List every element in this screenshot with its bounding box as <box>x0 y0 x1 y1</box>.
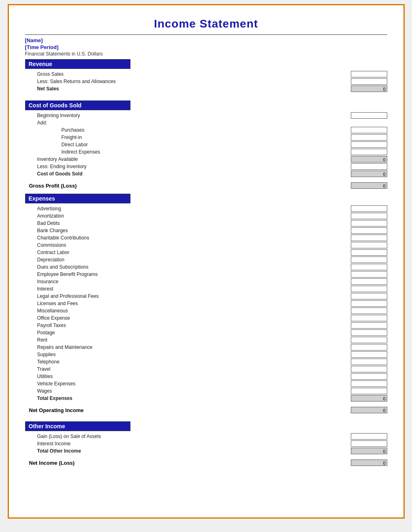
name-field[interactable]: [Name] <box>25 37 387 43</box>
advertising-input[interactable] <box>351 205 387 212</box>
net-operating-income-label: Net Operating Income <box>29 407 84 413</box>
office-expense-input[interactable] <box>351 315 387 321</box>
net-operating-income-value: 0 <box>351 407 387 413</box>
beginning-inventory-input[interactable] <box>351 112 387 119</box>
travel-input[interactable] <box>351 366 387 372</box>
freight-input[interactable] <box>351 134 387 141</box>
interest-input[interactable] <box>351 286 387 292</box>
total-other-income-value: 0 <box>351 448 387 454</box>
spacer2 <box>25 418 387 421</box>
telephone-input[interactable] <box>351 359 387 365</box>
revenue-content: Gross Sales Less: Sales Returns and Allo… <box>25 71 387 92</box>
page-wrapper: Income Statement [Name] [Time Period] Fi… <box>8 4 405 519</box>
indirect-expenses-input-row <box>349 148 387 156</box>
beginning-inventory-label: Beginning Inventory <box>29 112 80 119</box>
gross-profit-value: 0 <box>351 182 387 189</box>
licenses-label: Licenses and Fees <box>29 300 78 307</box>
gross-sales-input[interactable] <box>351 71 387 77</box>
page-title: Income Statement <box>25 17 387 30</box>
utilities-label: Utilities <box>29 373 53 380</box>
header-divider <box>25 34 387 35</box>
beginning-inventory-input-row <box>349 112 387 119</box>
inventory-available-input-row: 0 <box>351 156 387 163</box>
supplies-row: Supplies <box>29 351 274 358</box>
depreciation-input[interactable] <box>351 256 387 263</box>
sales-returns-row: Less: Sales Returns and Allowances <box>29 78 274 85</box>
legal-fees-row: Legal and Professional Fees <box>29 293 274 300</box>
add-label: Add: <box>29 119 47 126</box>
licenses-input[interactable] <box>351 300 387 307</box>
inventory-available-label: Inventory Available <box>29 156 78 163</box>
purchases-label: Purchases <box>29 126 85 134</box>
repairs-label: Repairs and Maintenance <box>29 344 93 351</box>
bank-charges-input[interactable] <box>351 227 387 234</box>
vehicle-input[interactable] <box>351 380 387 387</box>
interest-income-input[interactable] <box>351 440 387 447</box>
rent-input[interactable] <box>351 337 387 343</box>
cogs-header: Cost of Goods Sold <box>25 100 130 110</box>
ending-inventory-label: Less: Ending Inventory <box>29 163 87 170</box>
advertising-label: Advertising <box>29 205 61 212</box>
sales-returns-input[interactable] <box>351 78 387 85</box>
telephone-row: Telephone <box>29 358 274 365</box>
commissions-input[interactable] <box>351 242 387 248</box>
subtitle: Financial Statements in U.S. Dollars <box>25 51 387 57</box>
ending-inventory-input[interactable] <box>351 163 387 170</box>
repairs-row: Repairs and Maintenance <box>29 344 274 351</box>
dues-input[interactable] <box>351 264 387 270</box>
indirect-expenses-input[interactable] <box>351 149 387 155</box>
other-income-right: 0 <box>274 433 387 455</box>
direct-labor-label: Direct Labor <box>29 141 88 148</box>
contract-labor-input[interactable] <box>351 249 387 256</box>
gross-sales-label: Gross Sales <box>29 71 64 78</box>
cogs-content: Beginning Inventory Add: Purchases Freig… <box>25 112 387 177</box>
gain-loss-row: Gain (Loss) on Sale of Assets <box>29 433 274 440</box>
total-expenses-value: 0 <box>351 395 387 402</box>
net-sales-input-row: 0 <box>351 85 387 92</box>
gain-loss-input[interactable] <box>351 433 387 440</box>
amortization-input[interactable] <box>351 213 387 219</box>
wages-input[interactable] <box>351 388 387 394</box>
net-sales-row: Net Sales <box>29 85 274 92</box>
indirect-expenses-label: Indirect Expenses <box>29 148 100 156</box>
contract-labor-row: Contract Labor <box>29 249 274 256</box>
payroll-taxes-row: Payroll Taxes <box>29 322 274 329</box>
sales-returns-label: Less: Sales Returns and Allowances <box>29 78 116 85</box>
purchases-input[interactable] <box>351 127 387 133</box>
office-expense-row: Office Expense <box>29 314 274 322</box>
charitable-row: Charitable Contributions <box>29 234 274 241</box>
gross-sales-row: Gross Sales <box>29 71 274 78</box>
charitable-input[interactable] <box>351 235 387 241</box>
repairs-input[interactable] <box>351 344 387 350</box>
total-expenses-label: Total Expenses <box>29 395 73 402</box>
insurance-row: Insurance <box>29 278 274 285</box>
time-period-field[interactable]: [Time Period] <box>25 44 387 50</box>
revenue-section: Revenue Gross Sales Less: Sales Returns … <box>25 59 387 92</box>
net-income-value: 0 <box>351 459 387 466</box>
licenses-row: Licenses and Fees <box>29 300 274 307</box>
dues-row: Dues and Subscriptions <box>29 263 274 271</box>
bad-debts-input[interactable] <box>351 220 387 226</box>
supplies-input[interactable] <box>351 351 387 358</box>
contract-labor-label: Contract Labor <box>29 249 69 256</box>
sales-returns-input-row <box>349 78 387 85</box>
other-income-section: Other Income Gain (Loss) on Sale of Asse… <box>25 421 387 455</box>
employee-benefit-input[interactable] <box>351 271 387 278</box>
vehicle-row: Vehicle Expenses <box>29 380 274 387</box>
miscellaneous-row: Miscellaneous <box>29 307 274 314</box>
gross-profit-label: Gross Profit (Loss) <box>29 183 77 189</box>
postage-input[interactable] <box>351 329 387 336</box>
miscellaneous-input[interactable] <box>351 308 387 314</box>
expenses-content: Advertising Amortization Bad Debts Bank … <box>25 205 387 402</box>
interest-income-input-row <box>349 440 387 447</box>
charitable-label: Charitable Contributions <box>29 234 90 241</box>
payroll-taxes-input[interactable] <box>351 322 387 329</box>
direct-labor-input[interactable] <box>351 141 387 148</box>
insurance-input[interactable] <box>351 278 387 285</box>
amortization-label: Amortization <box>29 212 64 220</box>
cogs-total-value: 0 <box>351 171 387 177</box>
inventory-available-value: 0 <box>351 156 387 162</box>
legal-fees-input[interactable] <box>351 293 387 299</box>
indirect-expenses-row: Indirect Expenses <box>29 148 274 156</box>
utilities-input[interactable] <box>351 373 387 380</box>
